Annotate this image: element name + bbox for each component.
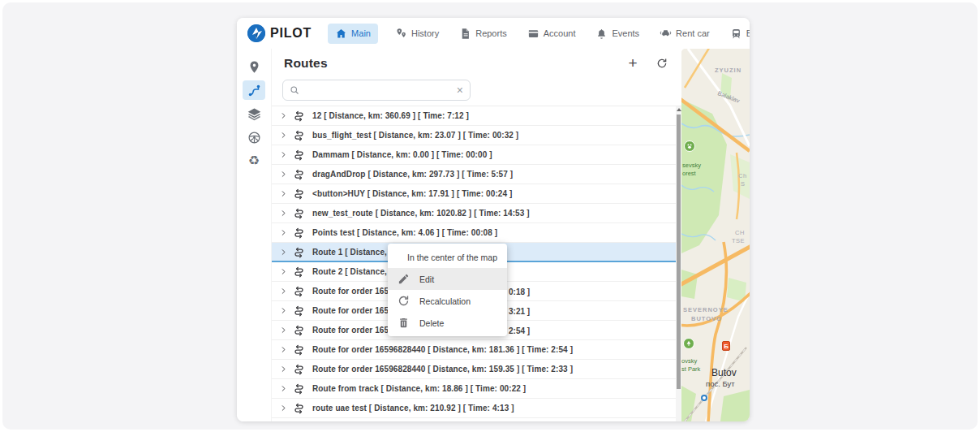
- context-menu-item-delete[interactable]: Delete: [388, 312, 507, 334]
- route-s-icon: [293, 305, 312, 317]
- park-poi-icon: [683, 338, 694, 349]
- route-s-icon: [293, 207, 312, 219]
- route-icon: [247, 84, 261, 97]
- chevron-right-icon[interactable]: [280, 190, 293, 198]
- route-label: Route for order 16596828440 [ Distance, …: [312, 345, 573, 354]
- map-label-frag-4: TSE: [732, 237, 745, 244]
- map[interactable]: ZYUZIN Balaklav sevsky orest Ch S CH TSE…: [681, 49, 750, 421]
- route-row[interactable]: dragAndDrop [ Distance, km: 297.73 ] [ T…: [272, 165, 681, 184]
- chevron-right-icon[interactable]: [280, 268, 293, 276]
- route-row[interactable]: Points test [ Distance, km: 4.06 ] [ Tim…: [272, 223, 681, 243]
- route-s-icon: [293, 324, 312, 336]
- map-label-forest-2: orest: [682, 170, 696, 177]
- route-label: Route from track [ Distance, km: 18.86 ]…: [312, 384, 526, 393]
- tab-reports[interactable]: Reports: [456, 24, 510, 44]
- context-menu-item-edit[interactable]: Edit: [388, 268, 507, 290]
- route-label: 12 [ Distance, km: 360.69 ] [ Time: 7:12…: [312, 111, 469, 120]
- search-input[interactable]: [299, 85, 457, 95]
- chevron-right-icon[interactable]: [280, 171, 293, 179]
- route-row[interactable]: bus_flight_test [ Distance, km: 23.07 ] …: [272, 126, 681, 145]
- delete-icon: [398, 317, 410, 329]
- chevron-right-icon[interactable]: [280, 248, 293, 256]
- chevron-right-icon[interactable]: [280, 132, 293, 140]
- chevron-right-icon[interactable]: [280, 307, 293, 315]
- add-route-button[interactable]: +: [625, 56, 640, 71]
- pin-icon: [247, 60, 261, 74]
- route-row[interactable]: new_test_route [ Distance, km: 1020.82 ]…: [272, 204, 681, 223]
- tab-rent-car[interactable]: Rent car: [656, 24, 713, 44]
- tab-label: Reports: [475, 28, 507, 38]
- context-menu-item-label: Edit: [419, 274, 434, 284]
- rail-item-routes[interactable]: [243, 80, 265, 100]
- tab-events[interactable]: Events: [592, 24, 643, 44]
- chevron-right-icon[interactable]: [280, 385, 293, 393]
- map-label-town: Butov: [711, 367, 737, 378]
- rail-item-recycle[interactable]: ♻: [243, 151, 265, 171]
- route-label: Dammam [ Distance, km: 0.00 ] [ Time: 00…: [312, 150, 492, 159]
- home-icon: [335, 28, 347, 40]
- metro-station-badge: Б: [722, 341, 730, 351]
- tab-label: Events: [612, 28, 639, 38]
- route-label: dragAndDrop [ Distance, km: 297.73 ] [ T…: [312, 170, 513, 179]
- search-row: ×: [272, 78, 681, 106]
- tab-label: Rent car: [676, 28, 710, 38]
- rail-item-places[interactable]: [243, 57, 265, 76]
- chevron-right-icon[interactable]: [280, 151, 293, 159]
- tab-history[interactable]: History: [392, 24, 442, 44]
- search-box[interactable]: ×: [282, 80, 471, 101]
- scrollbar-thumb[interactable]: [677, 114, 681, 389]
- context-menu-item-label: In the center of the map: [407, 253, 497, 262]
- nav-tabs: MainHistoryReportsAccountEventsRent carB…: [328, 24, 750, 44]
- chevron-right-icon[interactable]: [280, 326, 293, 335]
- search-icon: [290, 85, 299, 95]
- tab-account[interactable]: Account: [524, 24, 579, 44]
- route-row[interactable]: <button>HUY [ Distance, km: 17.91 ] [ Ti…: [272, 184, 681, 204]
- chevron-right-icon[interactable]: [280, 287, 293, 296]
- bus-lines-icon: [730, 28, 742, 40]
- route-row[interactable]: Dammam [ Distance, km: 0.00 ] [ Time: 00…: [272, 145, 681, 165]
- context-menu-item-recalculation[interactable]: Recalculation: [388, 290, 507, 312]
- context-menu-item-label: Delete: [419, 318, 444, 328]
- map-label-park-1: ovsky: [681, 357, 697, 365]
- route-s-icon: [293, 343, 312, 356]
- history-icon: [395, 28, 407, 40]
- route-row[interactable]: Route for order 16596828440 [ Distance, …: [272, 340, 681, 360]
- scrollbar[interactable]: [676, 106, 681, 421]
- map-label-park-2: st Park: [681, 365, 700, 373]
- chevron-right-icon[interactable]: [280, 210, 293, 218]
- rail-item-vehicles[interactable]: [243, 127, 265, 147]
- route-s-icon: [293, 110, 312, 122]
- reports-icon: [459, 28, 471, 40]
- tab-main[interactable]: Main: [328, 24, 378, 44]
- routes-panel-header: Routes +: [272, 49, 681, 78]
- tab-label: Account: [544, 28, 576, 38]
- tab-bus-lines[interactable]: Bus lines: [727, 24, 750, 44]
- steering-wheel-icon: [247, 131, 261, 145]
- routes-panel: Routes + × 12 [ Distance, km: 360.69 ] […: [272, 49, 681, 421]
- route-s-icon: [293, 149, 312, 161]
- rail-item-layers[interactable]: [243, 104, 265, 123]
- context-menu-item-in-the-center-of-the-map[interactable]: In the center of the map: [388, 246, 507, 268]
- route-s-icon: [293, 168, 312, 180]
- route-s-icon: [293, 227, 312, 239]
- map-label-district-bottom-1: SEVERNOYE: [683, 306, 729, 313]
- layers-icon: [247, 107, 261, 121]
- route-s-icon: [293, 402, 312, 414]
- chevron-right-icon[interactable]: [280, 229, 293, 237]
- route-row[interactable]: route uae test [ Distance, km: 210.92 ] …: [272, 399, 681, 418]
- route-row[interactable]: Route for order 16596828440 [ Distance, …: [272, 360, 681, 379]
- chevron-right-icon[interactable]: [280, 346, 293, 354]
- refresh-routes-button[interactable]: [655, 56, 669, 71]
- route-row[interactable]: 12 [ Distance, km: 360.69 ] [ Time: 7:12…: [272, 106, 681, 126]
- chevron-right-icon[interactable]: [280, 404, 293, 413]
- chevron-right-icon[interactable]: [280, 365, 293, 374]
- clear-search-icon[interactable]: ×: [457, 84, 463, 96]
- route-row[interactable]: Route from track [ Distance, km: 18.86 ]…: [272, 379, 681, 399]
- route-s-icon: [293, 129, 312, 141]
- chevron-right-icon[interactable]: [280, 112, 293, 120]
- recycle-icon: ♻: [248, 154, 260, 167]
- map-marker-dot: [701, 395, 707, 401]
- route-label: new_test_route [ Distance, km: 1020.82 ]…: [312, 209, 530, 218]
- route-s-icon: [293, 363, 312, 375]
- scrollbar-up-arrow[interactable]: [677, 108, 681, 111]
